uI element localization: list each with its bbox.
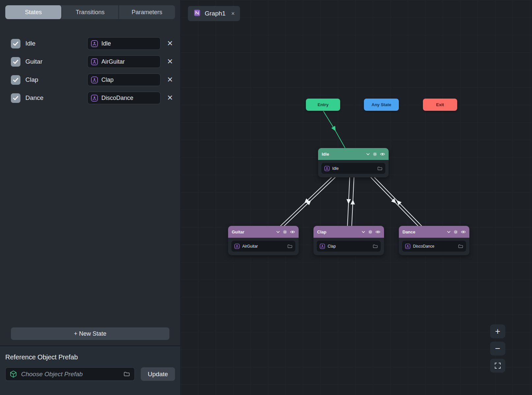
tab-states[interactable]: States [5, 5, 62, 19]
chevron-down-icon[interactable] [447, 231, 451, 233]
close-icon[interactable]: × [231, 10, 235, 17]
node-title: Dance [402, 229, 415, 234]
delete-state-button[interactable]: ✕ [165, 75, 175, 85]
chevron-down-icon[interactable] [362, 231, 365, 233]
folder-icon[interactable] [458, 244, 463, 248]
node-body: Clap [313, 238, 384, 255]
state-clip-input[interactable] [87, 37, 161, 50]
transition-edge[interactable] [283, 177, 336, 227]
exit-node[interactable]: Exit [423, 99, 457, 111]
folder-icon[interactable] [373, 244, 378, 248]
state-row-guitar: Guitar ✕ [0, 55, 180, 68]
check-icon [13, 78, 18, 82]
prefab-input-field[interactable] [20, 370, 120, 378]
state-row-idle: Idle ✕ [0, 37, 180, 50]
state-row-clap: Clap ✕ [0, 74, 180, 86]
animation-clip-icon [405, 244, 410, 249]
node-title: Guitar [232, 229, 244, 234]
gear-icon[interactable] [283, 230, 287, 234]
animation-clip-icon [91, 58, 98, 65]
eye-icon[interactable] [461, 230, 466, 234]
state-clip-value[interactable] [101, 58, 157, 66]
node-clip-field[interactable]: Idle [321, 163, 385, 174]
browse-prefab-button[interactable] [123, 371, 131, 377]
transition-edge[interactable] [280, 177, 332, 227]
state-node-clap[interactable]: Clap Clap [313, 226, 384, 255]
state-clip-input[interactable] [87, 55, 161, 68]
state-name-label: Clap [20, 76, 87, 83]
sidebar: States Transitions Parameters Idle ✕ [0, 0, 181, 395]
edges-layer [181, 0, 532, 395]
chevron-down-icon[interactable] [366, 153, 370, 155]
state-clip-value[interactable] [101, 40, 157, 47]
animation-clip-icon [91, 40, 98, 47]
folder-icon [124, 372, 130, 377]
any-state-node[interactable]: Any State [364, 99, 399, 111]
tab-transitions[interactable]: Transitions [62, 5, 119, 19]
state-clip-input[interactable] [87, 74, 161, 86]
transition-edge[interactable] [323, 111, 345, 148]
node-clip-field[interactable]: Clap [317, 241, 381, 252]
graph-canvas[interactable]: Graph1 × Entry Any State Exit Idle [181, 0, 532, 395]
node-body: AirGuitar [228, 238, 299, 255]
node-clip-field[interactable]: AirGuitar [231, 241, 295, 252]
animation-clip-icon [91, 76, 98, 83]
prefab-cube-icon [10, 370, 17, 378]
new-state-button[interactable]: + New State [11, 327, 169, 340]
state-name-label: Dance [20, 94, 87, 102]
state-checkbox[interactable] [11, 75, 20, 85]
transition-edge[interactable] [370, 177, 419, 227]
state-node-idle[interactable]: Idle Idle [318, 148, 389, 177]
transition-edge[interactable] [352, 177, 354, 227]
node-header[interactable]: Idle [318, 148, 389, 160]
state-name-label: Guitar [20, 58, 87, 65]
animation-clip-icon [91, 95, 98, 102]
node-title: Clap [317, 229, 326, 234]
graph-tab[interactable]: Graph1 × [188, 6, 240, 21]
folder-icon[interactable] [287, 244, 292, 248]
state-name-label: Idle [20, 40, 87, 47]
eye-icon[interactable] [290, 230, 295, 234]
zoom-out-button[interactable]: − [490, 342, 505, 355]
fit-view-icon [495, 363, 501, 369]
eye-icon[interactable] [375, 230, 380, 234]
node-header[interactable]: Dance [399, 226, 469, 238]
eye-icon[interactable] [380, 152, 385, 156]
sidebar-tabs: States Transitions Parameters [5, 5, 175, 19]
reference-prefab-panel: Reference Object Prefab Update [0, 346, 180, 395]
states-list: Idle ✕ Guitar [0, 37, 180, 110]
state-node-guitar[interactable]: Guitar AirGuitar [228, 226, 299, 255]
node-clip-field[interactable]: DiscoDance [402, 241, 466, 252]
zoom-in-button[interactable]: + [490, 324, 505, 338]
states-panel: States Transitions Parameters Idle ✕ [0, 0, 180, 346]
node-clip-label: AirGuitar [242, 244, 258, 249]
state-checkbox[interactable] [11, 39, 20, 48]
entry-node[interactable]: Entry [306, 99, 340, 111]
state-clip-value[interactable] [101, 76, 157, 84]
gear-icon[interactable] [373, 152, 377, 156]
prefab-input[interactable] [5, 367, 135, 381]
state-checkbox[interactable] [11, 57, 20, 67]
delete-state-button[interactable]: ✕ [165, 39, 175, 48]
state-node-dance[interactable]: Dance DiscoDance [399, 226, 469, 255]
delete-state-button[interactable]: ✕ [165, 93, 175, 103]
reference-prefab-title: Reference Object Prefab [5, 353, 175, 361]
update-button[interactable]: Update [141, 367, 175, 381]
node-header[interactable]: Guitar [228, 226, 299, 238]
gear-icon[interactable] [454, 230, 458, 234]
state-clip-value[interactable] [101, 94, 157, 102]
folder-icon[interactable] [377, 167, 382, 170]
fit-view-button[interactable] [490, 359, 505, 373]
node-body: DiscoDance [399, 238, 469, 255]
state-clip-input[interactable] [87, 92, 161, 104]
tab-parameters[interactable]: Parameters [119, 5, 175, 19]
gear-icon[interactable] [368, 230, 372, 234]
transition-edge[interactable] [347, 177, 350, 227]
state-checkbox[interactable] [11, 93, 20, 103]
zoom-controls: + − [490, 324, 505, 373]
node-header[interactable]: Clap [313, 226, 384, 238]
transition-edge[interactable] [374, 177, 422, 227]
chevron-down-icon[interactable] [276, 231, 280, 233]
delete-state-button[interactable]: ✕ [165, 57, 175, 67]
check-icon [13, 60, 18, 64]
